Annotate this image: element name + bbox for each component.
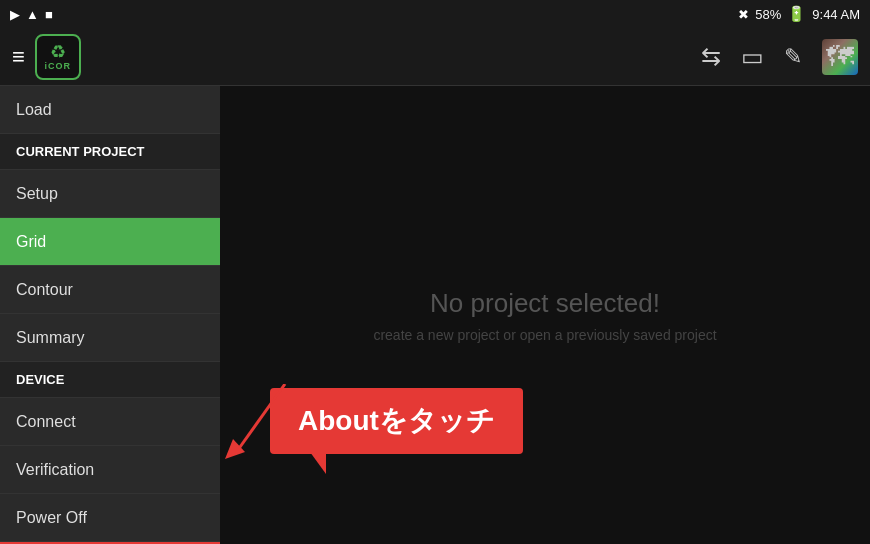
signal-icon: ▲: [26, 7, 39, 22]
screenshot-icon: ■: [45, 7, 53, 22]
sidebar-item-verification[interactable]: Verification: [0, 446, 220, 494]
wifi-icon: ▶: [10, 7, 20, 22]
no-project-subtitle: create a new project or open a previousl…: [373, 327, 716, 343]
sidebar-section-current-project: CURRENT PROJECT: [0, 134, 220, 170]
app-logo-icon: ♻: [50, 43, 66, 61]
toolbar: ≡ ♻ iCOR ⇆ ▭ ✎ 🗺: [0, 28, 870, 86]
sync-button[interactable]: ⇆: [701, 43, 721, 71]
app-logo-text: iCOR: [45, 61, 72, 71]
time-display: 9:44 AM: [812, 7, 860, 22]
device-header-label: DEVICE: [16, 372, 64, 387]
sidebar-section-device: DEVICE: [0, 362, 220, 398]
callout-arrow: [310, 452, 326, 474]
status-left-icons: ▶ ▲ ■: [10, 7, 53, 22]
callout-box: Aboutをタッチ: [270, 388, 523, 454]
map-button[interactable]: 🗺: [822, 39, 858, 75]
app-logo: ♻ iCOR: [35, 34, 81, 80]
sidebar-item-connect[interactable]: Connect: [0, 398, 220, 446]
battery-icon: 🔋: [787, 5, 806, 23]
sidebar-item-summary[interactable]: Summary: [0, 314, 220, 362]
main-content-area: No project selected! create a new projec…: [220, 86, 870, 544]
sidebar-item-grid-label: Grid: [16, 233, 46, 251]
no-project-title: No project selected!: [430, 288, 660, 319]
battery-button[interactable]: ▭: [741, 43, 764, 71]
status-right: ✖ 58% 🔋 9:44 AM: [738, 5, 860, 23]
battery-percent: 58%: [755, 7, 781, 22]
callout-text: Aboutをタッチ: [298, 405, 495, 436]
sidebar-item-contour[interactable]: Contour: [0, 266, 220, 314]
bluetooth-icon: ✖: [738, 7, 749, 22]
sidebar-item-summary-label: Summary: [16, 329, 84, 347]
edit-button[interactable]: ✎: [784, 44, 802, 70]
sidebar-item-load-label: Load: [16, 101, 52, 119]
status-bar: ▶ ▲ ■ ✖ 58% 🔋 9:44 AM: [0, 0, 870, 28]
sidebar-item-grid[interactable]: Grid: [0, 218, 220, 266]
sidebar-item-power-off-label: Power Off: [16, 509, 87, 527]
sidebar-item-setup-label: Setup: [16, 185, 58, 203]
current-project-header-label: CURRENT PROJECT: [16, 144, 145, 159]
sidebar-item-setup[interactable]: Setup: [0, 170, 220, 218]
sidebar-item-verification-label: Verification: [16, 461, 94, 479]
callout-container: Aboutをタッチ: [270, 388, 523, 454]
sidebar-item-power-off[interactable]: Power Off: [0, 494, 220, 542]
hamburger-menu-button[interactable]: ≡: [12, 44, 25, 70]
sidebar: Load CURRENT PROJECT Setup Grid Contour …: [0, 86, 220, 544]
toolbar-left: ≡ ♻ iCOR: [12, 34, 81, 80]
sidebar-item-contour-label: Contour: [16, 281, 73, 299]
sidebar-item-connect-label: Connect: [16, 413, 76, 431]
sidebar-item-load[interactable]: Load: [0, 86, 220, 134]
toolbar-right: ⇆ ▭ ✎ 🗺: [701, 39, 858, 75]
